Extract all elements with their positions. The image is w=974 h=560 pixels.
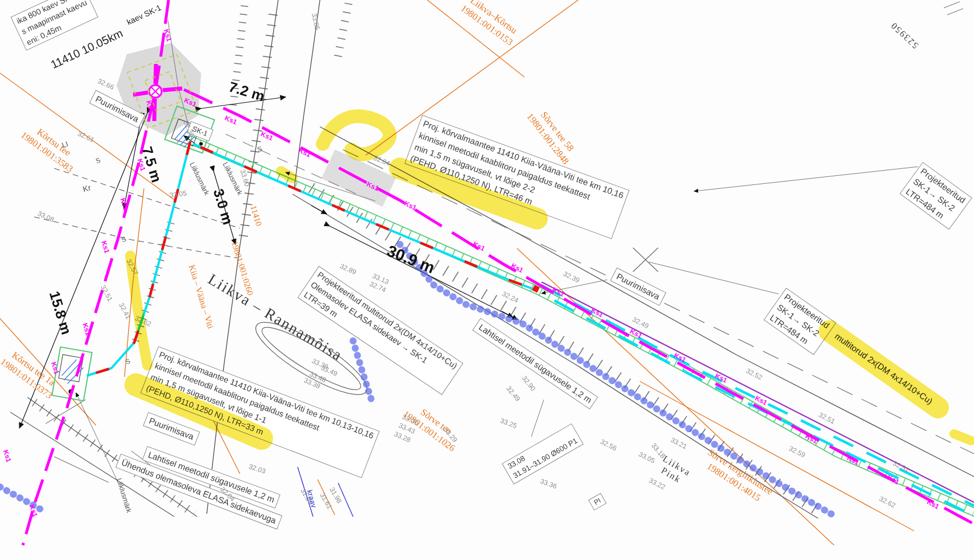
ks1-label: Ks1 xyxy=(117,197,130,212)
ks1-label: Ks1 xyxy=(589,305,605,320)
liiklusmark-label-3: Liiklusmärk xyxy=(114,477,134,514)
elevation-label: 33.22 xyxy=(647,476,667,492)
label-layer: ika 800 kaev SK-1s maapinnast kaevueni: … xyxy=(0,0,974,560)
dim-7-2: 7.2 m xyxy=(226,76,267,106)
dim-15-8: 15.8 m xyxy=(44,288,77,337)
elevation-label: 33.36 xyxy=(539,477,558,492)
annotation-lahtisel-a: Lahtisel meetodil sügavusele 1,2 m xyxy=(472,318,598,409)
ks1-label: Ks1 xyxy=(364,179,380,194)
ks1-label: Ks1 xyxy=(182,96,198,110)
ks1-label: Ks1 xyxy=(925,497,941,512)
elevation-label: 32.51 xyxy=(891,458,911,475)
fragment-kaev-sk1: kaev SK-1 xyxy=(125,2,163,28)
code-s-2: S xyxy=(120,234,127,245)
ks1-label: Ks1 xyxy=(713,371,729,385)
elevation-label: 32.41 xyxy=(116,301,133,321)
ks1-label: Ks1 xyxy=(98,240,111,255)
annotation-multitorud-ext: multitorud 2x(DM 4x14/10+Cu) xyxy=(832,330,935,407)
elevation-label: 33.08 xyxy=(36,209,56,225)
annotation-projekteeritud-sk1-sk2-a: ProjekteeritudSK-1→ SK-2LTR=484 m xyxy=(900,162,972,230)
elevation-label: 33.05 xyxy=(169,188,187,200)
pi-label: PI xyxy=(588,493,607,510)
elevation-label: 32.56 xyxy=(599,437,619,453)
cadastral-kortsu-tee: Kõrtsu tee19801:001:3583 xyxy=(18,120,82,175)
ks1-label: Ks1 xyxy=(672,350,688,365)
code-s-1: S xyxy=(94,155,102,166)
elevation-label: 32.62 xyxy=(133,313,153,329)
ks1-label: Ks1 xyxy=(753,393,769,408)
elevation-label: 33.25 xyxy=(499,416,518,432)
puurimisava-label-2: Puurimisava xyxy=(610,268,666,306)
ks1-label: Ks1 xyxy=(471,239,487,253)
ks1-label: Ks1 xyxy=(550,285,566,299)
elevation-label: 32.57 xyxy=(123,257,140,277)
ks1-label: Ks1 xyxy=(259,130,274,144)
cadastral-sorve-kergliiklustee: Sõrve kergliiklustee19801:001:4015 xyxy=(699,447,775,508)
ks1-label: Ks1 xyxy=(845,453,861,468)
code-s-4: S xyxy=(256,144,263,155)
elevation-label: 32.51 xyxy=(817,410,837,426)
elevation-label: 32.62 xyxy=(877,494,897,510)
liiklusmark-label-1: Liiklusmärk xyxy=(187,160,212,197)
grid-coordinate: 523950 xyxy=(888,20,921,51)
elevation-label: 33.85 xyxy=(308,13,322,31)
elevation-label: 32.89 xyxy=(338,261,358,277)
elevation-label: 32.90 xyxy=(519,374,538,393)
ks1-label: Ks1 xyxy=(509,261,525,275)
elevation-label: 32.03 xyxy=(247,462,267,477)
elevation-label: 33.21 xyxy=(669,435,689,452)
ks1-label: Ks1 xyxy=(48,361,61,376)
elevation-label: 32.04 xyxy=(372,153,391,168)
ks1-label: Ks1 xyxy=(26,503,39,518)
annotation-kinnisel-2-2: Proj. kõrvalmaantee 11410 Kiia-Vääna-Vit… xyxy=(404,115,630,239)
elevation-label: 32.24 xyxy=(500,289,520,305)
elevation-label: 32.52 xyxy=(744,366,764,382)
cadastral-liikva-kortsu: Liikva–Kõrtsu19801:001:0153 xyxy=(458,0,522,48)
ks1-label: Ks1 xyxy=(402,199,418,213)
ks1-label: Ks1 xyxy=(79,322,93,337)
elevation-label: 32.39 xyxy=(562,269,582,285)
ks1-label: Ks1 xyxy=(885,473,901,488)
elevation-label: 32.59 xyxy=(787,444,807,460)
ks1-label: Ks1 xyxy=(296,146,312,160)
ks1-label: Ks1 xyxy=(0,449,13,464)
ks1-label: Ks1 xyxy=(161,28,174,43)
ks1-label: Ks1 xyxy=(223,114,238,128)
ks1-label: Ks1 xyxy=(143,99,156,114)
culvert-label: 33.0831.91–31.90 Ø600 P1 xyxy=(502,424,583,485)
annotation-projekteeritud-sk1-sk2-b: ProjekteeritudSK-1→ SK-2LTR=484 m xyxy=(763,288,836,355)
cadastral-11410: 11410 xyxy=(248,204,264,228)
dim-30-9: 30.9 m xyxy=(383,240,438,280)
elevation-label: 32.49 xyxy=(504,384,523,404)
ks1-label: Ks1 xyxy=(803,432,819,446)
code-s-3: S xyxy=(124,356,131,367)
plan-drawing: ika 800 kaev SK-1s maapinnast kaevueni: … xyxy=(0,0,974,560)
elevation-label: 32.61 xyxy=(76,129,96,145)
code-kr: Kr xyxy=(82,182,93,195)
elevation-label: 32.51 xyxy=(98,284,114,304)
puurimisava-label-3: Puurimisava xyxy=(143,412,199,446)
elevation-label: 32.66 xyxy=(96,76,116,92)
puurimisava-label-1: Puurimisava xyxy=(89,90,145,128)
